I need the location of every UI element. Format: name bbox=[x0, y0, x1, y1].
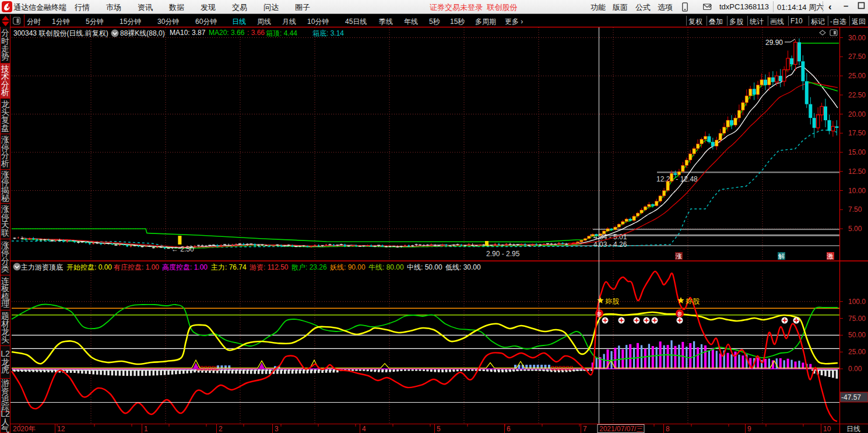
svg-text:7.50: 7.50 bbox=[848, 205, 862, 214]
svg-text:10.00: 10.00 bbox=[848, 187, 866, 195]
svg-text:30.00: 30.00 bbox=[848, 34, 866, 42]
svg-text:参: 参 bbox=[677, 311, 683, 317]
svg-text:0.00: 0.00 bbox=[848, 365, 862, 373]
svg-text:3: 3 bbox=[275, 425, 279, 433]
svg-text:9: 9 bbox=[747, 425, 751, 433]
svg-text:2020年: 2020年 bbox=[13, 425, 36, 433]
svg-text:25.00: 25.00 bbox=[848, 72, 866, 80]
svg-text:1: 1 bbox=[144, 425, 148, 433]
svg-text:5.00: 5.00 bbox=[848, 225, 862, 233]
svg-text:6: 6 bbox=[507, 425, 511, 433]
svg-text:50.00: 50.00 bbox=[848, 331, 866, 339]
svg-text:15.00: 15.00 bbox=[848, 148, 866, 156]
svg-text:29.90: 29.90 bbox=[765, 39, 783, 47]
svg-text:22.50: 22.50 bbox=[848, 91, 866, 99]
svg-text:激: 激 bbox=[827, 253, 834, 260]
svg-text:2.90 - 2.95: 2.90 - 2.95 bbox=[486, 250, 520, 258]
svg-text:12.50: 12.50 bbox=[848, 167, 866, 176]
svg-text:7: 7 bbox=[583, 425, 587, 433]
svg-text:20.00: 20.00 bbox=[848, 110, 866, 118]
svg-text:17.50: 17.50 bbox=[848, 129, 866, 137]
svg-text:5: 5 bbox=[437, 425, 441, 433]
svg-text:-47.57: -47.57 bbox=[841, 393, 861, 401]
svg-text:涨: 涨 bbox=[676, 253, 682, 260]
svg-text:27.50: 27.50 bbox=[848, 53, 866, 61]
svg-text:妳股: 妳股 bbox=[605, 297, 619, 305]
svg-text:100.0: 100.0 bbox=[848, 298, 866, 306]
svg-text:妳股: 妳股 bbox=[686, 297, 700, 305]
svg-text:解: 解 bbox=[778, 253, 785, 260]
svg-text:4: 4 bbox=[362, 425, 366, 433]
svg-text:8: 8 bbox=[666, 425, 670, 433]
svg-text:← 2.50: ← 2.50 bbox=[171, 245, 194, 253]
svg-text:4.03 - 4.26: 4.03 - 4.26 bbox=[593, 240, 627, 249]
svg-text:日线: 日线 bbox=[846, 425, 860, 433]
svg-text:2021/07/07/三: 2021/07/07/三 bbox=[599, 425, 643, 433]
svg-text:25.00: 25.00 bbox=[848, 348, 866, 356]
svg-text:2: 2 bbox=[219, 425, 223, 433]
svg-text:75.00: 75.00 bbox=[848, 315, 866, 323]
svg-text:10: 10 bbox=[823, 425, 831, 433]
svg-text:12: 12 bbox=[57, 425, 65, 433]
